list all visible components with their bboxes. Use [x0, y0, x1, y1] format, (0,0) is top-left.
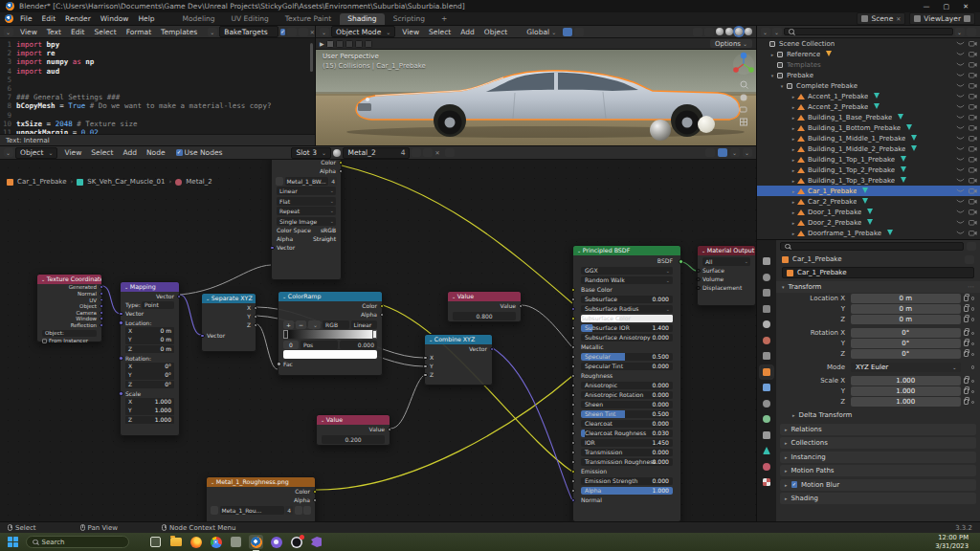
principled-bsdf-node[interactable]: Principled BSDF BSDF: [572, 245, 681, 521]
scene-selector[interactable]: Scene ✕: [857, 12, 905, 25]
expand-icon[interactable]: ▸: [790, 199, 797, 205]
principled-row[interactable]: Sheen 0.000: [581, 401, 673, 408]
panel-checkbox[interactable]: ✓: [791, 481, 798, 488]
image-option-dropdown[interactable]: Flat: [277, 197, 336, 206]
remove-stop-button[interactable]: −: [296, 320, 306, 329]
unlink-text-icon[interactable]: ✕: [310, 29, 315, 35]
stop-index-field[interactable]: 0: [283, 341, 299, 349]
lock-icon[interactable]: [964, 306, 969, 312]
material-preview-icon[interactable]: [735, 28, 743, 35]
tab-collection[interactable]: [761, 350, 772, 362]
texcoord-output[interactable]: Camera: [42, 310, 97, 316]
outliner-row[interactable]: ▸ Car_1_Prebake: [757, 186, 980, 196]
viewport-scene[interactable]: User Perspective (15) Collisions | Car_1…: [316, 50, 756, 145]
alpha-output[interactable]: Alpha: [361, 311, 377, 318]
disable-render-icon[interactable]: [969, 72, 977, 78]
editor-type-icon[interactable]: [4, 28, 13, 36]
tab-world[interactable]: [761, 335, 772, 346]
principled-row[interactable]: Emission Strength 0.000: [581, 477, 673, 485]
image-users-count[interactable]: 4: [285, 506, 293, 515]
viewport-menu-item[interactable]: Select: [424, 27, 456, 37]
output-input[interactable]: Volume: [702, 276, 750, 283]
vector-input[interactable]: Vector: [277, 244, 295, 251]
from-instancer-checkbox[interactable]: [42, 339, 47, 343]
shader-menu-item[interactable]: Add: [118, 147, 142, 158]
topbar-menu-item[interactable]: Render: [60, 13, 96, 24]
expand-icon[interactable]: ▸: [790, 94, 797, 99]
code-area[interactable]: 1 import bpy 2 import re 3 import numpy …: [0, 38, 315, 134]
hide-viewport-icon[interactable]: [956, 198, 965, 205]
animate-dot-icon[interactable]: [971, 390, 975, 394]
animate-dot-icon[interactable]: [971, 401, 975, 405]
animate-dot-icon[interactable]: [971, 353, 975, 357]
outliner-row[interactable]: ▸ Building_1_Middle_1_Prebake: [757, 133, 980, 143]
node-canvas[interactable]: Color Alpha Metal_1_BW... 4 LinearFlatRe…: [0, 160, 756, 521]
separate-output[interactable]: Y: [207, 313, 251, 320]
animate-dot-icon[interactable]: [971, 307, 975, 311]
expand-icon[interactable]: ▸: [790, 188, 797, 194]
collapsed-panel[interactable]: ▸ ✓ Motion Paths: [780, 465, 976, 476]
disable-render-icon[interactable]: [969, 230, 977, 236]
taskbar-clock[interactable]: 12:00 PM 3/31/2023: [935, 534, 974, 550]
principled-row[interactable]: BSDF: [581, 257, 673, 265]
tab-material[interactable]: [761, 461, 772, 473]
orientation-dropdown[interactable]: Global: [522, 27, 561, 37]
workspace-tab[interactable]: Modeling: [174, 13, 222, 25]
image-users-count[interactable]: 4: [329, 177, 337, 186]
open-image-icon[interactable]: [295, 506, 302, 515]
add-stop-button[interactable]: +: [283, 320, 294, 329]
disable-render-icon[interactable]: [969, 61, 977, 68]
principled-row[interactable]: Subsurface Color: [581, 315, 673, 322]
transform-value-field[interactable]: 0°: [851, 339, 961, 348]
combine-input[interactable]: Z: [430, 371, 487, 379]
separate-xyz-node[interactable]: Separate XYZ XYZ Vector: [201, 293, 256, 352]
expand-icon[interactable]: ▸: [790, 146, 797, 152]
new-collection-icon[interactable]: [967, 28, 976, 36]
value-output[interactable]: Value: [501, 302, 516, 309]
principled-row[interactable]: Metallic: [581, 343, 673, 351]
outliner-row[interactable]: ▸ Door_1_Prebake: [757, 207, 980, 217]
combine-input[interactable]: X: [430, 354, 487, 362]
outliner-row[interactable]: ▸ Building_1_Top_2_Prebake: [757, 165, 980, 175]
color-output[interactable]: Color: [362, 302, 377, 309]
select-mode-box-icon[interactable]: [336, 40, 344, 48]
rotation-mode-dropdown[interactable]: XYZ Euler: [851, 363, 961, 372]
tab-object[interactable]: [761, 366, 772, 378]
new-viewlayer-icon[interactable]: [964, 15, 970, 22]
image-selector[interactable]: Metal_1_BW... 4: [276, 177, 337, 186]
hide-viewport-icon[interactable]: [956, 114, 965, 121]
expand-icon[interactable]: ▾: [768, 73, 776, 78]
breadcrumb-material[interactable]: Metal_2: [186, 178, 212, 186]
hide-viewport-icon[interactable]: [956, 103, 965, 110]
parent-node-tree-icon[interactable]: [705, 148, 715, 157]
start-button[interactable]: [6, 535, 20, 549]
hide-viewport-icon[interactable]: [956, 209, 965, 215]
properties-search-input[interactable]: [780, 242, 964, 251]
tab-output[interactable]: [761, 287, 772, 298]
filter-icon[interactable]: [955, 28, 965, 36]
mapping-value-field[interactable]: X0 m: [125, 327, 174, 336]
viewport-menu-item[interactable]: Object: [479, 27, 512, 37]
editor-type-icon[interactable]: [761, 28, 770, 36]
disable-render-icon[interactable]: [969, 82, 977, 89]
firefox-icon[interactable]: [189, 535, 203, 549]
unlink-material-icon[interactable]: ✕: [434, 149, 439, 156]
colorramp-node[interactable]: ColorRamp Color Alpha + − RGB Linear 0 P…: [278, 291, 383, 376]
tab-tool[interactable]: [761, 255, 772, 267]
disable-render-icon[interactable]: [969, 166, 977, 173]
output-target-dropdown[interactable]: All: [702, 257, 750, 266]
text-editor-menu-item[interactable]: View: [15, 27, 42, 37]
snipping-tool-icon[interactable]: [229, 535, 243, 549]
rendered-shading-icon[interactable]: [745, 28, 752, 35]
expand-icon[interactable]: ▸: [790, 220, 797, 226]
color-ramp-gradient[interactable]: [283, 330, 377, 339]
principled-row[interactable]: Base Color: [581, 286, 673, 294]
gizmo-toggle-icon[interactable]: [693, 28, 702, 36]
principled-row[interactable]: Subsurface Anisotropy 0.000: [581, 334, 673, 342]
principled-row[interactable]: Specular 0.500: [581, 353, 673, 361]
lock-icon[interactable]: [964, 317, 969, 322]
hide-viewport-icon[interactable]: [956, 51, 965, 57]
lock-icon[interactable]: [964, 351, 969, 357]
value-field[interactable]: 0.200: [322, 435, 385, 444]
principled-row[interactable]: Clearcoat 0.000: [581, 420, 673, 428]
